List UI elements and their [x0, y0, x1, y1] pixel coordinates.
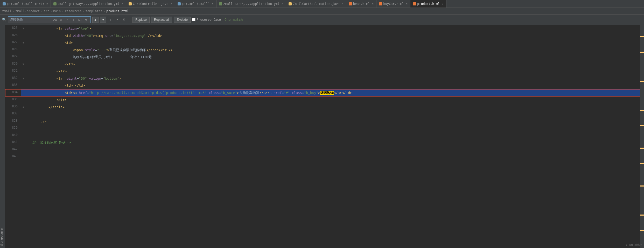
- gutter-839: [26, 125, 30, 132]
- fold-836[interactable]: ▲: [21, 104, 26, 111]
- find-align-btn[interactable]: ↕: [108, 17, 114, 23]
- replace-button[interactable]: Replace: [132, 17, 150, 23]
- structure-panel: Structure: [0, 25, 5, 248]
- fold-829: [21, 53, 26, 61]
- fold-832[interactable]: ▼: [21, 75, 26, 82]
- replace-all-button[interactable]: Replace all: [151, 17, 172, 23]
- gutter-mark-1: [640, 52, 644, 53]
- code-line-836: 836▲ </table>: [5, 104, 640, 111]
- find-prev-btn[interactable]: ▲: [92, 17, 99, 23]
- tab-pom-zmall[interactable]: pom.xml (zmall)×: [175, 0, 216, 8]
- tab-zmall-gateway[interactable]: zmall-gateway\...\application.yml×: [51, 0, 126, 8]
- code-editor[interactable]: 825▼ <tr valign="top">826 <td width="40"…: [5, 25, 640, 248]
- tab-pom-cart[interactable]: pom.xml (zmall-cart)×: [0, 0, 51, 8]
- tab-zmall-cart-app-java[interactable]: ZmallCartApplication.java×: [286, 0, 346, 8]
- code-line-840: 840: [5, 132, 640, 139]
- search-icon: 🔍: [2, 18, 6, 22]
- code-line-834: 834 <td><a href="http://cart.zmall.com/a…: [5, 89, 640, 97]
- fold-827[interactable]: ▼: [21, 39, 26, 46]
- code-content-843[interactable]: [30, 153, 640, 161]
- code-content-834[interactable]: <td><a href="http://cart.zmall.com/addCa…: [30, 89, 640, 97]
- breadcrumb-item-zmall-product[interactable]: zmall-product: [15, 9, 40, 13]
- gutter-827: [26, 39, 30, 46]
- fold-830[interactable]: ▼: [21, 61, 26, 68]
- code-content-825[interactable]: <tr valign="top">: [30, 25, 640, 32]
- tab-product-html[interactable]: product.html×: [410, 0, 446, 8]
- tab-zmall-cart-app-yml[interactable]: zmall-cart\...\application.yml×: [216, 0, 286, 8]
- tab-close-zmall-cart-app-yml[interactable]: ×: [282, 2, 283, 5]
- code-content-839[interactable]: [30, 125, 640, 132]
- code-content-828[interactable]: <span style="...">宝贝已成功添加到购物车</span><br …: [30, 46, 640, 54]
- code-content-830[interactable]: </td>: [30, 61, 640, 68]
- fold-828: [21, 46, 26, 54]
- code-line-831: 831 </tr>: [5, 68, 640, 75]
- find-next-btn[interactable]: ▼: [100, 17, 106, 23]
- tab-close-buycar-html[interactable]: ×: [406, 2, 408, 5]
- code-content-827[interactable]: <td>: [30, 39, 640, 46]
- find-plus-btn[interactable]: ⊕: [83, 17, 89, 23]
- tab-close-head-html[interactable]: ×: [372, 2, 374, 5]
- line-num-829: 829: [5, 53, 21, 61]
- tab-close-cartcontroller[interactable]: ×: [170, 2, 172, 5]
- code-content-835[interactable]: </tr>: [30, 96, 640, 104]
- tab-icon-head-html: [349, 2, 352, 5]
- find-settings-btn[interactable]: ⚙: [121, 17, 127, 23]
- code-content-831[interactable]: </tr>: [30, 68, 640, 75]
- breadcrumb-item-src[interactable]: src: [44, 9, 50, 13]
- right-scrollbar-gutter[interactable]: [640, 25, 644, 248]
- tab-label-product-html: product.html: [417, 2, 440, 6]
- tab-close-pom-zmall[interactable]: ×: [212, 2, 214, 5]
- code-content-826[interactable]: <td width="40"><img src="images/suc.png"…: [30, 32, 640, 39]
- code-line-842: 842: [5, 146, 640, 154]
- tab-label-pom-cart: pom.xml (zmall-cart): [7, 2, 44, 6]
- find-multiline-btn[interactable]: ↕: [71, 17, 76, 23]
- breadcrumb-item-main[interactable]: main: [53, 9, 61, 13]
- tab-label-buycar-html: buyCar.html: [383, 2, 404, 6]
- code-content-842[interactable]: [30, 146, 640, 154]
- tab-cartcontroller[interactable]: CartController.java×: [126, 0, 175, 8]
- tab-close-product-html[interactable]: ×: [442, 2, 444, 6]
- breadcrumb-item-zmall[interactable]: zmall: [2, 9, 11, 13]
- breadcrumb-item-templates[interactable]: templates: [86, 9, 102, 13]
- tab-icon-zmall-gateway: [53, 2, 57, 5]
- line-num-832: 832: [5, 75, 21, 82]
- exclude-button[interactable]: Exclude: [174, 17, 191, 23]
- breadcrumb-sep-5: ›: [83, 9, 85, 13]
- gutter-mark-6: [640, 163, 644, 164]
- code-content-829[interactable]: 购物车共有1种宝贝（3件） 合计：1120元: [30, 53, 640, 61]
- gutter-829: [26, 53, 30, 61]
- gutter-826: [26, 32, 30, 39]
- tab-head-html[interactable]: head.html×: [346, 0, 377, 8]
- tab-buycar-html[interactable]: buyCar.html×: [376, 0, 410, 8]
- tab-close-zmall-gateway[interactable]: ×: [122, 2, 123, 5]
- tab-close-zmall-cart-app-java[interactable]: ×: [342, 2, 344, 5]
- preserve-case-checkbox[interactable]: [192, 18, 195, 21]
- find-close-btn[interactable]: ✕: [115, 17, 120, 23]
- find-case-btn[interactable]: Aa: [52, 17, 58, 23]
- code-content-832[interactable]: <tr height="50" valign="bottom">: [30, 75, 640, 82]
- code-content-836[interactable]: </table>: [30, 104, 640, 111]
- search-input[interactable]: [10, 18, 51, 22]
- breadcrumb-item-resources[interactable]: resources: [65, 9, 82, 13]
- find-bracket-btn[interactable]: [..]: [77, 17, 83, 23]
- preserve-case-label[interactable]: Preserve Case: [192, 18, 221, 22]
- fold-825[interactable]: ▼: [21, 25, 26, 32]
- tab-close-pom-cart[interactable]: ×: [46, 2, 48, 5]
- line-num-843: 843: [5, 153, 21, 161]
- gutter-833: [26, 82, 30, 89]
- tab-label-pom-zmall: pom.xml (zmall): [182, 2, 210, 6]
- code-content-838[interactable]: .v>: [30, 118, 640, 125]
- line-num-842: 842: [5, 146, 21, 154]
- gutter-mark-2: [640, 81, 644, 82]
- gutter-831: [26, 68, 30, 75]
- line-num-839: 839: [5, 125, 21, 132]
- tab-icon-pom-cart: [3, 2, 6, 5]
- find-word-btn[interactable]: \b: [58, 17, 64, 23]
- find-regex-btn[interactable]: .*: [65, 17, 70, 23]
- code-content-833[interactable]: <td> </td>: [30, 82, 640, 89]
- code-line-828: 828 <span style="...">宝贝已成功添加到购物车</span>…: [5, 46, 640, 54]
- fold-842: [21, 146, 26, 154]
- code-content-837[interactable]: [30, 111, 640, 118]
- code-content-841[interactable]: 层- 加入购物车 End-->: [30, 139, 640, 146]
- code-content-840[interactable]: [30, 132, 640, 139]
